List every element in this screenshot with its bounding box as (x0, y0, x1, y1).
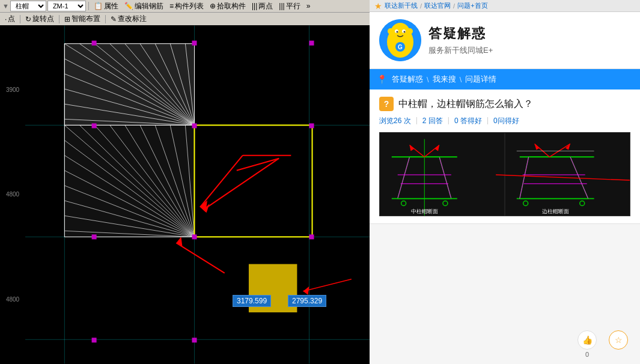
search-path-3[interactable]: 问题详情 (465, 74, 496, 85)
banner-mascot: G (379, 19, 421, 61)
thumbs-up-button[interactable]: 👍 0 (578, 330, 597, 358)
rotate-point-icon: ↻ (25, 15, 31, 23)
cad-svg (25, 25, 370, 364)
svg-rect-50 (192, 234, 197, 239)
element-type-dropdown[interactable]: 柱帽 (10, 1, 46, 11)
toolbar-1: ▼ 柱帽 ZM-1 📋 属性 ✏️ 编辑钢筋 ≡ 构件列表 ⊕ 拾取构件 |||… (0, 0, 370, 12)
question-text: 中柱帽，边柱帽钢筋怎么输入？ (398, 98, 533, 111)
svg-rect-43 (92, 41, 97, 46)
search-nav-bar: 📍 答疑解惑 \ 我来搜 \ 问题详情 (370, 69, 640, 89)
star-icon-circle: ☆ (609, 330, 628, 350)
thumbs-up-icon-circle: 👍 (578, 330, 597, 350)
svg-text:G: G (398, 44, 403, 50)
question-title: ? 中柱帽，边柱帽钢筋怎么输入？ (379, 97, 630, 111)
breadcrumb: ★ 联达新干线 / 联达官网 / 问题+首页 (370, 0, 640, 12)
check-annotation-button[interactable]: ✎ 查改标注 (108, 13, 149, 25)
svg-rect-46 (92, 123, 97, 128)
star-button[interactable]: ☆ (609, 330, 628, 358)
svg-point-67 (391, 23, 410, 42)
check-annotation-icon: ✎ (111, 15, 117, 23)
pick-component-button[interactable]: ⊕ 拾取构件 (207, 1, 248, 12)
component-list-button[interactable]: ≡ 构件列表 (167, 1, 206, 12)
question-section: ? 中柱帽，边柱帽钢筋怎么输入？ 浏览26 次 | 2 回答 | 0 答得好 |… (370, 89, 640, 224)
edit-rebar-button[interactable]: ✏️ 编辑钢筋 (122, 1, 166, 12)
two-point-icon: ||| (252, 2, 257, 10)
component-list-icon: ≡ (169, 2, 174, 10)
parallel-icon: ||| (279, 2, 284, 10)
toolbar-separator-3 (59, 15, 59, 23)
smart-layout-icon: ⊞ (64, 15, 70, 23)
svg-rect-53 (192, 338, 197, 342)
svg-point-73 (407, 28, 413, 34)
search-path-1[interactable]: 答疑解惑 (392, 74, 423, 85)
stat-good[interactable]: 0 答得好 (454, 116, 482, 126)
ruler-left: 3900 4800 4800 (0, 25, 25, 364)
svg-point-71 (404, 31, 406, 33)
stat-views[interactable]: 浏览26 次 (379, 116, 411, 126)
question-icon: ? (379, 97, 394, 111)
coord-y-box: 2795.329 (288, 295, 326, 307)
svg-rect-44 (192, 41, 197, 46)
svg-rect-52 (92, 338, 97, 342)
banner-title: 答疑解惑 (428, 25, 630, 43)
banner: G 答疑解惑 服务新干线同城E+ (370, 12, 640, 69)
banner-text: 答疑解惑 服务新干线同城E+ (428, 25, 630, 56)
element-id-dropdown[interactable]: ZM-1 (47, 1, 86, 11)
breadcrumb-sep-2: / (453, 2, 455, 10)
search-breadcrumb: 答疑解惑 \ 我来搜 \ 问题详情 (392, 74, 496, 85)
search-sep-1: \ (427, 75, 429, 84)
point-button[interactable]: · 点 (2, 13, 17, 25)
right-panel: ★ 联达新干线 / 联达官网 / 问题+首页 (370, 0, 640, 364)
svg-rect-51 (309, 234, 314, 239)
cad-canvas[interactable]: 3900 4800 4800 (0, 25, 370, 364)
toolbar-separator-2 (20, 15, 20, 23)
svg-rect-48 (309, 123, 314, 128)
breadcrumb-link-3[interactable]: 问题+首页 (457, 1, 487, 10)
edit-rebar-icon: ✏️ (124, 2, 133, 10)
property-button[interactable]: 📋 属性 (91, 1, 121, 12)
pick-component-icon: ⊕ (210, 2, 216, 10)
toolbar-separator-1 (88, 2, 89, 10)
cad-panel: ▼ 柱帽 ZM-1 📋 属性 ✏️ 编辑钢筋 ≡ 构件列表 ⊕ 拾取构件 |||… (0, 0, 370, 364)
search-path-2[interactable]: 我来搜 (433, 74, 456, 85)
svg-rect-47 (192, 123, 197, 128)
stat-answers[interactable]: 2 回答 (422, 116, 443, 126)
two-point-button[interactable]: ||| 两点 (249, 1, 275, 12)
svg-rect-49 (92, 234, 97, 239)
property-icon: 📋 (94, 2, 103, 10)
parallel-button[interactable]: ||| 平行 (276, 1, 302, 12)
banner-subtitle: 服务新干线同城E+ (428, 45, 630, 56)
cad-drawing: 3179.599 2795.329 (25, 25, 370, 364)
breadcrumb-link-2[interactable]: 联达官网 (424, 1, 451, 10)
search-sep-2: \ (460, 75, 462, 84)
coord-x-box: 3179.599 (233, 295, 271, 307)
svg-point-70 (397, 31, 398, 33)
location-icon: 📍 (377, 74, 387, 84)
svg-text:中柱帽断面: 中柱帽断面 (411, 208, 438, 214)
breadcrumb-star-icon: ★ (374, 1, 382, 11)
question-image: 中柱帽断面 (379, 132, 630, 216)
rotate-point-button[interactable]: ↻ 旋转点 (23, 13, 56, 25)
more-button[interactable]: » (304, 1, 313, 11)
svg-text:边柱帽断面: 边柱帽断面 (542, 208, 569, 214)
point-icon: · (5, 15, 7, 23)
toolbar-2: · 点 ↻ 旋转点 ⊞ 智能布置 ✎ 查改标注 (0, 12, 370, 25)
breadcrumb-sep-1: / (420, 2, 422, 10)
question-stats: 浏览26 次 | 2 回答 | 0 答得好 | 0问得好 (379, 116, 630, 126)
thumbs-up-count: 0 (585, 351, 589, 358)
svg-point-72 (388, 28, 394, 34)
toolbar-separator-4 (105, 15, 106, 23)
smart-layout-button[interactable]: ⊞ 智能布置 (62, 13, 103, 25)
stat-helpful[interactable]: 0问得好 (493, 116, 519, 126)
breadcrumb-link-1[interactable]: 联达新干线 (385, 1, 418, 10)
svg-rect-45 (309, 41, 314, 46)
